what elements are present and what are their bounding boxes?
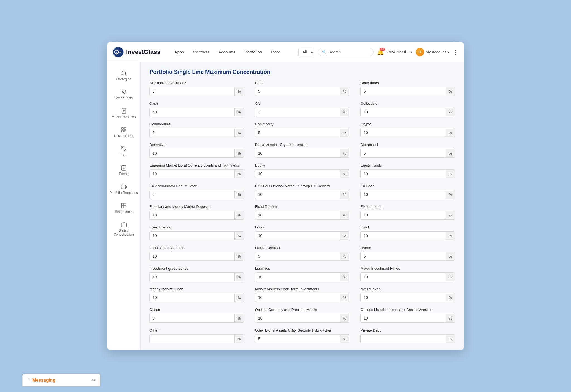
field-value-input[interactable]	[361, 211, 446, 219]
percent-label: %	[340, 314, 349, 322]
notifications-button[interactable]: 🔔 10	[377, 49, 384, 55]
field-input-row: %	[255, 190, 350, 199]
field-value-input[interactable]	[255, 314, 340, 322]
field-value-input[interactable]	[255, 293, 340, 302]
field-value-input[interactable]	[150, 149, 234, 157]
sidebar-item-portfolio-templates[interactable]: Portfolio Templates	[107, 180, 140, 198]
more-options-icon[interactable]: ⋮	[453, 49, 458, 55]
field-input-row: %	[149, 334, 244, 343]
percent-label: %	[234, 191, 244, 199]
field-group: Other Digital Assets Utility Security Hy…	[255, 328, 350, 343]
field-value-input[interactable]	[255, 335, 340, 343]
percent-label: %	[234, 108, 244, 116]
field-value-input[interactable]	[255, 252, 340, 260]
field-value-input[interactable]	[361, 335, 446, 343]
field-value-input[interactable]	[361, 108, 446, 116]
field-label: Fixed Income	[360, 204, 455, 210]
sidebar-item-tags[interactable]: Tags	[107, 142, 140, 160]
app-window: InvestGlass Apps Contacts Accounts Portf…	[107, 42, 464, 350]
field-value-input[interactable]	[361, 252, 446, 260]
sidebar-item-forms[interactable]: Forms	[107, 161, 140, 179]
field-value-input[interactable]	[150, 273, 234, 281]
sidebar-item-global-consolidation[interactable]: Global Consolidation	[107, 218, 140, 240]
field-value-input[interactable]	[150, 252, 234, 260]
percent-label: %	[340, 191, 349, 199]
my-account-dropdown[interactable]: U My Account ▾	[416, 48, 449, 56]
percent-label: %	[446, 314, 455, 322]
field-value-input[interactable]	[150, 335, 234, 343]
field-value-input[interactable]	[255, 232, 340, 240]
percent-label: %	[234, 252, 244, 260]
forms-icon	[121, 165, 127, 171]
field-group: Equity%	[255, 163, 350, 178]
sidebar-item-model-portfolios[interactable]: Model Portfolios	[107, 104, 140, 122]
field-value-input[interactable]	[150, 314, 234, 322]
percent-label: %	[234, 170, 244, 178]
field-input-row: %	[149, 108, 244, 116]
field-input-row: %	[255, 334, 350, 343]
field-input-row: %	[360, 190, 455, 199]
forms-label: Forms	[119, 172, 129, 176]
field-value-input[interactable]	[150, 128, 234, 137]
field-group: Equity Funds%	[360, 163, 455, 178]
field-group: Fund%	[360, 225, 455, 240]
field-group: Investment grade bonds%	[149, 266, 244, 281]
field-value-input[interactable]	[361, 149, 446, 157]
field-value-input[interactable]	[255, 211, 340, 219]
field-value-input[interactable]	[255, 149, 340, 157]
field-value-input[interactable]	[361, 128, 446, 137]
percent-label: %	[234, 129, 244, 137]
field-value-input[interactable]	[255, 170, 340, 178]
field-value-input[interactable]	[255, 128, 340, 137]
percent-label: %	[340, 87, 349, 96]
field-value-input[interactable]	[255, 87, 340, 96]
nav-contacts[interactable]: Contacts	[189, 48, 213, 56]
field-value-input[interactable]	[361, 170, 446, 178]
field-value-input[interactable]	[150, 87, 234, 96]
field-label: Money Markets Short Term Investments	[255, 287, 350, 292]
search-input[interactable]	[328, 50, 369, 54]
sidebar-item-universe-list[interactable]: Universe List	[107, 123, 140, 141]
field-input-row: %	[255, 211, 350, 220]
field-input-row: %	[149, 272, 244, 281]
field-label: Bond funds	[360, 81, 455, 86]
cra-meeting-dropdown[interactable]: CRA Meeti... ▾	[387, 50, 412, 54]
field-input-row: %	[149, 169, 244, 178]
field-value-input[interactable]	[361, 190, 446, 199]
field-input-row: %	[255, 314, 350, 323]
field-value-input[interactable]	[150, 108, 234, 116]
notification-badge: 10	[380, 48, 385, 51]
field-value-input[interactable]	[255, 108, 340, 116]
field-value-input[interactable]	[361, 273, 446, 281]
global-consolidation-label: Global Consolidation	[109, 229, 138, 237]
nav-apps[interactable]: Apps	[171, 48, 188, 56]
field-value-input[interactable]	[150, 211, 234, 219]
scale-icon	[121, 70, 127, 76]
sidebar-item-stress-tests[interactable]: Stress Tests	[107, 86, 140, 103]
percent-label: %	[446, 149, 455, 157]
tag-icon	[121, 146, 127, 152]
field-value-input[interactable]	[255, 273, 340, 281]
field-value-input[interactable]	[361, 232, 446, 240]
field-input-row: %	[149, 190, 244, 199]
percent-label: %	[234, 314, 244, 322]
field-value-input[interactable]	[150, 293, 234, 302]
field-value-input[interactable]	[150, 190, 234, 199]
sidebar-item-strategies[interactable]: Strategies	[107, 67, 140, 84]
field-input-row: %	[360, 128, 455, 137]
nav-portfolios[interactable]: Portfolios	[241, 48, 266, 56]
sidebar-item-settlements[interactable]: Settlements	[107, 199, 140, 217]
field-value-input[interactable]	[361, 87, 446, 96]
heart-pulse-icon	[121, 89, 127, 95]
field-value-input[interactable]	[361, 293, 446, 302]
nav-more[interactable]: More	[267, 48, 284, 56]
field-value-input[interactable]	[150, 232, 234, 240]
filter-select[interactable]: All	[298, 48, 314, 56]
percent-label: %	[340, 129, 349, 137]
field-label: Forex	[255, 225, 350, 230]
field-label: Investment grade bonds	[149, 266, 244, 271]
field-value-input[interactable]	[361, 314, 446, 322]
field-value-input[interactable]	[255, 190, 340, 199]
field-value-input[interactable]	[150, 170, 234, 178]
nav-accounts[interactable]: Accounts	[214, 48, 239, 56]
